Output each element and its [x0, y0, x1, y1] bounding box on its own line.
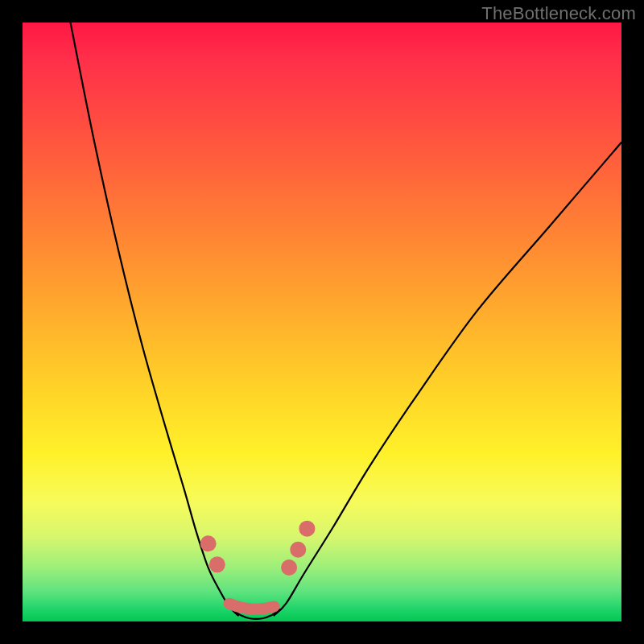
marker-right-lower [281, 559, 297, 576]
right-curve [274, 142, 621, 616]
chart-svg [23, 23, 621, 621]
marker-group [200, 521, 316, 609]
marker-right-mid [290, 542, 306, 558]
plot-area [23, 23, 621, 621]
marker-bottom-run [229, 604, 275, 609]
marker-right-upper [299, 521, 315, 537]
left-curve [71, 23, 238, 616]
outer-frame: TheBottleneck.com [0, 0, 644, 644]
watermark-text: TheBottleneck.com [481, 3, 636, 24]
marker-left-lower [209, 556, 225, 572]
marker-left-upper [200, 535, 217, 551]
